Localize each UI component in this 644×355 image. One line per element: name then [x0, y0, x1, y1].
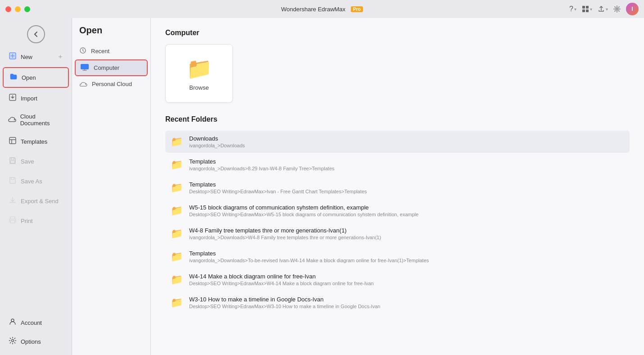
- open-panel-computer-label: Computer: [94, 64, 119, 71]
- folder-row-w4-8[interactable]: 📁 W4-8 Family tree templates thre or mor…: [165, 223, 630, 245]
- main-area: Computer 📁 Browse Recent Folders 📁 Downl…: [151, 18, 644, 355]
- cloud-docs-icon: [8, 115, 17, 125]
- print-icon: [8, 216, 17, 226]
- share-icon[interactable]: ▾: [598, 5, 608, 13]
- folder-row-downloads[interactable]: 📁 Downloads ivangordola_>Downloads: [165, 131, 630, 153]
- sidebar-item-open-label: Open: [22, 74, 36, 81]
- open-panel-personal-cloud[interactable]: Personal Cloud: [72, 76, 150, 92]
- browse-card[interactable]: 📁 Browse: [165, 44, 233, 103]
- folder-name-templates-2: Templates: [189, 181, 367, 188]
- folder-name-templates-3: Templates: [189, 250, 429, 257]
- folder-icon-templates-3: 📁: [171, 251, 183, 263]
- sidebar-item-open[interactable]: Open: [3, 67, 69, 88]
- folder-name-downloads: Downloads: [189, 135, 245, 142]
- recent-folders-list: 📁 Downloads ivangordola_>Downloads 📁 Tem…: [165, 131, 630, 314]
- folder-path-templates-1: ivangordola_>Downloads>8.29 Ivan-W4-8 Fa…: [189, 166, 335, 171]
- sidebar: New ＋ Open Import: [0, 18, 72, 355]
- open-panel: Open Recent: [72, 18, 151, 355]
- sidebar-item-print-label: Print: [21, 218, 33, 224]
- svg-rect-17: [81, 64, 89, 69]
- svg-rect-12: [10, 217, 15, 219]
- account-icon: [8, 318, 17, 328]
- traffic-lights: [5, 6, 30, 12]
- titlebar-title: Wondershare EdrawMax Pro: [281, 6, 363, 13]
- folder-icon-templates-2: 📁: [171, 182, 183, 194]
- sidebar-item-templates-label: Templates: [21, 138, 47, 145]
- svg-point-15: [12, 340, 14, 342]
- sidebar-item-cloud[interactable]: Cloud Documents: [3, 109, 69, 131]
- sidebar-item-save-label: Save: [21, 158, 34, 165]
- clock-icon: [79, 47, 86, 55]
- app-body: New ＋ Open Import: [0, 18, 644, 355]
- sidebar-item-export-label: Export & Send: [21, 198, 59, 205]
- folder-row-w5-15[interactable]: 📁 W5-15 block diagrams of communication …: [165, 200, 630, 222]
- folder-row-w4-14[interactable]: 📁 W4-14 Make a block diagram online for …: [165, 269, 630, 291]
- sidebar-item-import[interactable]: Import: [3, 89, 69, 108]
- sidebar-item-new[interactable]: New ＋: [3, 47, 69, 66]
- open-panel-cloud-label: Personal Cloud: [92, 81, 132, 87]
- open-panel-computer[interactable]: Computer: [75, 59, 148, 76]
- folder-icon-w3-10: 📁: [171, 297, 183, 309]
- folder-row-templates-2[interactable]: 📁 Templates Desktop>SEO Writing>EdrawMax…: [165, 177, 630, 199]
- sidebar-item-save-as-label: Save As: [21, 178, 42, 185]
- open-icon: [9, 73, 18, 82]
- folder-path-templates-3: ivangordola_>Downloads>To-be-revised Iva…: [189, 258, 429, 263]
- folder-icon-w4-8: 📁: [171, 228, 183, 240]
- open-panel-recent-label: Recent: [91, 48, 109, 55]
- folder-icon-templates-1: 📁: [171, 159, 183, 171]
- svg-rect-10: [10, 161, 15, 163]
- sidebar-item-options[interactable]: Options: [3, 332, 69, 351]
- export-icon: [8, 196, 17, 206]
- pro-badge: Pro: [351, 6, 363, 12]
- minimize-button[interactable]: [15, 6, 21, 12]
- svg-point-4: [616, 8, 618, 10]
- maximize-button[interactable]: [24, 6, 30, 12]
- folder-path-w4-8: ivangordola_>Downloads>W4-8 Family tree …: [189, 235, 381, 240]
- svg-point-14: [11, 319, 14, 322]
- folder-row-w3-10[interactable]: 📁 W3-10 How to make a timeline in Google…: [165, 291, 630, 314]
- sidebar-item-options-label: Options: [21, 338, 41, 345]
- folder-row-templates-1[interactable]: 📁 Templates ivangordola_>Downloads>8.29 …: [165, 154, 630, 176]
- sidebar-item-templates[interactable]: Templates: [3, 132, 69, 151]
- folder-icon-large: 📁: [186, 56, 212, 81]
- folder-name-templates-1: Templates: [189, 158, 335, 165]
- new-icon: [8, 52, 17, 62]
- titlebar: Wondershare EdrawMax Pro ? ▾ ▾ ▾: [0, 0, 644, 18]
- recent-folders-title: Recent Folders: [165, 115, 630, 123]
- personal-cloud-icon: [79, 80, 87, 88]
- titlebar-actions: ? ▾ ▾ ▾ I: [569, 3, 639, 15]
- svg-rect-0: [582, 6, 585, 9]
- sidebar-item-cloud-label: Cloud Documents: [20, 113, 63, 127]
- apps-icon[interactable]: ▾: [582, 5, 592, 13]
- sidebar-item-export: Export & Send: [3, 191, 69, 210]
- avatar[interactable]: I: [626, 3, 639, 15]
- folder-path-w4-14: Desktop>SEO Writing>EdrawMax>W4-14 Make …: [189, 281, 374, 286]
- sidebar-item-save: Save: [3, 152, 69, 171]
- new-plus-icon: ＋: [57, 53, 63, 61]
- help-icon[interactable]: ? ▾: [569, 5, 576, 13]
- folder-path-downloads: ivangordola_>Downloads: [189, 143, 245, 148]
- folder-path-templates-2: Desktop>SEO Writing>EdrawMax>Ivan - Free…: [189, 189, 367, 194]
- folder-name-w5-15: W5-15 block diagrams of communication sy…: [189, 204, 418, 211]
- options-icon: [8, 337, 17, 346]
- open-panel-recent[interactable]: Recent: [72, 43, 150, 59]
- svg-rect-13: [10, 220, 15, 223]
- save-icon: [8, 156, 17, 166]
- folder-path-w3-10: Desktop>SEO Writing>EdrawMax>W3-10 How t…: [189, 304, 380, 309]
- import-icon: [8, 93, 17, 103]
- folder-name-w4-8: W4-8 Family tree templates thre or more …: [189, 227, 381, 234]
- folder-name-w3-10: W3-10 How to make a timeline in Google D…: [189, 296, 380, 303]
- folder-icon-w4-14: 📁: [171, 274, 183, 286]
- settings-icon[interactable]: [613, 5, 621, 13]
- sidebar-item-account[interactable]: Account: [3, 313, 69, 331]
- folder-row-templates-3[interactable]: 📁 Templates ivangordola_>Downloads>To-be…: [165, 246, 630, 268]
- computer-section-title: Computer: [165, 29, 630, 37]
- svg-rect-2: [582, 9, 585, 12]
- templates-icon: [8, 137, 17, 146]
- close-button[interactable]: [5, 6, 11, 12]
- sidebar-item-account-label: Account: [21, 319, 42, 326]
- browse-label: Browse: [189, 84, 209, 91]
- sidebar-item-new-label: New: [21, 54, 32, 60]
- back-button[interactable]: [27, 25, 45, 43]
- open-panel-title: Open: [72, 25, 150, 43]
